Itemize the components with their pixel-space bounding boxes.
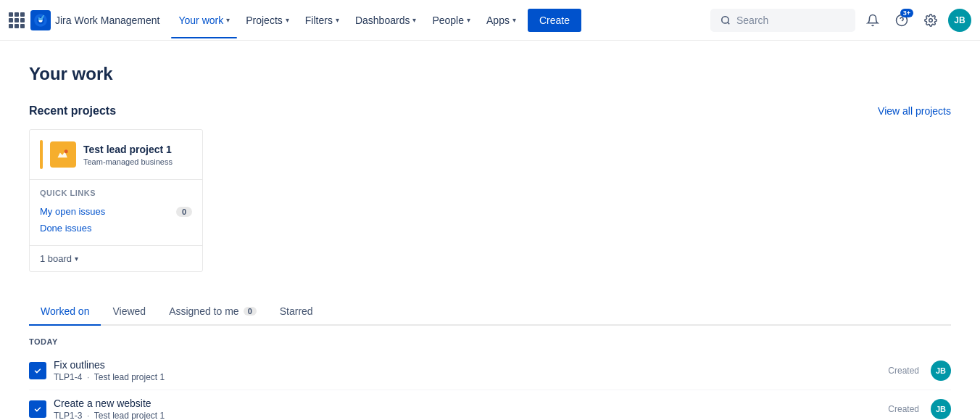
project-info: Test lead project 1 Team-managed busines… [83, 143, 192, 166]
work-item-status: Created [888, 366, 919, 376]
recent-projects-label: Recent projects [29, 104, 116, 118]
chevron-down-icon: ▾ [467, 16, 470, 24]
open-issues-badge: 0 [176, 207, 192, 217]
top-navigation: Jira Work Management Your work ▾ Project… [0, 0, 980, 41]
nav-item-dashboards[interactable]: Dashboards ▾ [348, 9, 424, 32]
user-avatar[interactable]: JB [948, 9, 971, 32]
settings-button[interactable] [919, 9, 942, 32]
svg-line-2 [728, 22, 730, 24]
today-label: TODAY [29, 326, 951, 352]
project-card-header: Test lead project 1 Team-managed busines… [30, 130, 202, 180]
work-item-meta: TLP1-3 · Test lead project 1 [54, 411, 888, 420]
project-card-body: QUICK LINKS My open issues 0 Done issues [30, 180, 202, 245]
nav-item-apps[interactable]: Apps ▾ [479, 9, 523, 32]
tab-viewed[interactable]: Viewed [101, 298, 157, 326]
chevron-down-icon: ▾ [75, 255, 78, 263]
nav-right: Search 3+ JB [710, 9, 971, 32]
search-box[interactable]: Search [710, 9, 855, 32]
project-card[interactable]: Test lead project 1 Team-managed busines… [29, 129, 203, 272]
page-title: Your work [29, 64, 951, 84]
work-item-icon [29, 400, 46, 418]
notifications-button[interactable] [861, 9, 884, 32]
tabs: Worked on Viewed Assigned to me 0 Starre… [29, 298, 951, 326]
nav-items: Your work ▾ Projects ▾ Filters ▾ Dashboa… [171, 9, 581, 32]
work-item-info: Fix outlines TLP1-4 · Test lead project … [54, 359, 888, 382]
items-section: TODAY Fix outlines TLP1-4 · Test lead pr… [29, 326, 951, 420]
chevron-down-icon: ▾ [336, 16, 339, 24]
chevron-down-icon: ▾ [226, 16, 230, 24]
work-item-title: Create a new website [54, 398, 888, 409]
project-name: Test lead project 1 [83, 143, 192, 156]
work-item-status: Created [888, 404, 919, 414]
nav-item-projects[interactable]: Projects ▾ [238, 9, 296, 32]
svg-rect-7 [33, 404, 43, 414]
quick-link-my-open-issues[interactable]: My open issues 0 [40, 203, 192, 220]
project-icon [50, 141, 76, 168]
logo[interactable]: Jira Work Management [30, 10, 159, 30]
help-button[interactable]: 3+ [890, 9, 913, 32]
tabs-section: Worked on Viewed Assigned to me 0 Starre… [29, 298, 951, 420]
svg-rect-6 [33, 366, 43, 376]
work-item-avatar: JB [931, 361, 951, 381]
assigned-to-me-badge: 0 [244, 307, 257, 316]
svg-point-4 [929, 18, 933, 22]
tab-assigned-to-me[interactable]: Assigned to me 0 [157, 298, 268, 326]
quick-links-label: QUICK LINKS [40, 189, 192, 197]
work-item-icon [29, 362, 46, 379]
project-type: Team-managed business [83, 157, 192, 166]
help-badge: 3+ [900, 9, 913, 17]
work-item-avatar: JB [931, 399, 951, 419]
svg-point-5 [65, 149, 68, 153]
work-item[interactable]: Fix outlines TLP1-4 · Test lead project … [29, 352, 951, 390]
nav-item-your-work[interactable]: Your work ▾ [171, 9, 237, 32]
chevron-down-icon: ▾ [412, 16, 416, 24]
view-all-projects-link[interactable]: View all projects [878, 105, 951, 117]
nav-item-filters[interactable]: Filters ▾ [298, 9, 346, 32]
chevron-down-icon: ▾ [512, 16, 516, 24]
work-item-title: Fix outlines [54, 359, 888, 371]
logo-text: Jira Work Management [55, 15, 159, 26]
svg-point-1 [722, 16, 728, 22]
bell-icon [866, 14, 879, 27]
work-item[interactable]: Create a new website TLP1-3 · Test lead … [29, 390, 951, 420]
grid-menu-icon[interactable] [9, 12, 25, 28]
quick-link-done-issues[interactable]: Done issues [40, 220, 192, 236]
recent-projects-header: Recent projects View all projects [29, 104, 951, 118]
gear-icon [924, 14, 937, 27]
nav-item-people[interactable]: People ▾ [425, 9, 478, 32]
search-placeholder: Search [736, 15, 768, 26]
create-button[interactable]: Create [528, 9, 581, 32]
tab-starred[interactable]: Starred [268, 298, 325, 326]
project-card-footer[interactable]: 1 board ▾ [30, 245, 202, 271]
nav-left: Jira Work Management [9, 10, 165, 30]
main-content: Your work Recent projects View all proje… [0, 41, 980, 420]
search-icon [721, 15, 731, 25]
tab-worked-on[interactable]: Worked on [29, 298, 101, 326]
work-item-meta: TLP1-4 · Test lead project 1 [54, 372, 888, 382]
work-item-info: Create a new website TLP1-3 · Test lead … [54, 398, 888, 420]
chevron-down-icon: ▾ [286, 16, 289, 24]
project-color-bar [40, 140, 43, 169]
